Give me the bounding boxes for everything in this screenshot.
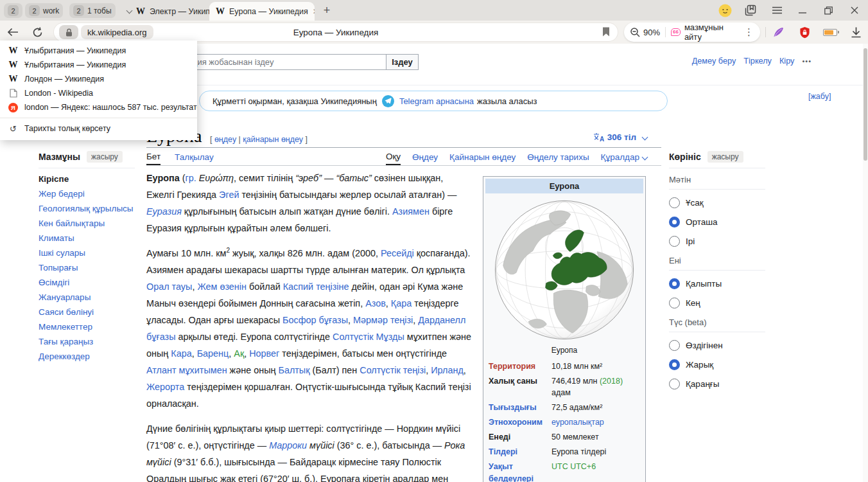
toc-item[interactable]: Ішкі сулары [39, 249, 135, 258]
inline-link[interactable]: қайнарын өңдеу [243, 135, 303, 144]
inline-link[interactable]: Атлант мұхитымен [146, 365, 227, 375]
radio-color-auto[interactable]: Өздігінен [669, 340, 765, 351]
toc-item[interactable]: Дереккөздер [39, 352, 135, 361]
tab-edit[interactable]: Өңдеу [412, 149, 438, 165]
inline-link[interactable]: Жерорта [146, 382, 184, 392]
tab-group-collapsed[interactable]: 2 [4, 3, 22, 18]
tab-tools[interactable]: Құралдар [601, 149, 647, 165]
tab-history[interactable]: Өңделу тарихы [527, 149, 589, 165]
zoom-control[interactable]: 90% [630, 28, 660, 37]
inline-link[interactable]: өңдеу [214, 135, 236, 144]
window-minimize-button[interactable] [792, 0, 813, 21]
radio-text-small[interactable]: Ұсақ [669, 197, 765, 208]
protect-shield-button[interactable] [796, 25, 813, 39]
bookmark-flag-icon[interactable] [602, 27, 610, 37]
address-bar[interactable]: kk.wikipedia.org Еуропа — Уикипедия [54, 23, 618, 41]
profile-avatar[interactable] [714, 0, 736, 21]
page-scrollbar[interactable] [863, 44, 868, 482]
inline-link[interactable]: Мәрмәр теңізі [353, 315, 413, 325]
tab-group-work[interactable]: 2 work [25, 3, 63, 18]
site-security-chip[interactable] [59, 25, 78, 39]
inline-link[interactable]: гр. [186, 173, 196, 183]
appearance-hide-button[interactable]: жасыру [707, 151, 743, 163]
toc-item[interactable]: Мемлекеттер [39, 323, 135, 332]
inline-link[interactable]: Жем өзенін [197, 281, 247, 292]
toc-item[interactable]: Жер бедері [39, 190, 135, 199]
inline-link[interactable]: Азов [365, 298, 386, 308]
window-close-button[interactable] [844, 0, 865, 21]
suggestion-item[interactable]: Я london — Яндекс: нашлось 587 тыс. резу… [0, 100, 197, 114]
inline-link[interactable]: Эгей [219, 190, 239, 200]
collections-button[interactable] [740, 0, 761, 21]
login-link[interactable]: Кіру [779, 57, 794, 66]
radio-color-dark[interactable]: Қараңғы [669, 379, 765, 389]
inline-link[interactable]: Орал тауы [146, 281, 192, 292]
tab-group-1toby[interactable]: 2 1 тобы [69, 3, 116, 18]
radio-width-standard[interactable]: Қалыпты [669, 278, 765, 289]
inline-link[interactable]: Этнохороним [489, 418, 542, 427]
toc-item[interactable]: Кен байлықтары [39, 219, 135, 228]
battery-saver-button[interactable] [822, 25, 838, 39]
suggestion-item[interactable]: London - Wikipedia [0, 86, 197, 100]
yandex-pen-extension-button[interactable] [770, 25, 786, 39]
inline-link[interactable]: Тілдері [489, 447, 517, 456]
url-text[interactable]: kk.wikipedia.org [81, 25, 153, 39]
inline-link[interactable]: Ирланд [431, 365, 464, 375]
browser-menu-button[interactable] [766, 0, 788, 21]
tab-edit-source[interactable]: Қайнарын өңдеу [449, 149, 516, 165]
inline-link[interactable]: Еуразия [146, 206, 182, 217]
inline-link[interactable]: (2018) [600, 377, 623, 386]
inline-link[interactable]: Қара [391, 298, 412, 308]
languages-count-link[interactable]: 306 тіл [607, 132, 636, 142]
telegram-channel-link[interactable]: Telegram арнасына [399, 96, 474, 106]
new-tab-button[interactable]: + [318, 3, 335, 19]
inline-link[interactable]: Азиямен [392, 206, 430, 217]
tab-page[interactable]: Бет [146, 149, 161, 165]
back-button[interactable] [4, 24, 22, 40]
toc-item[interactable]: Жануарлары [39, 293, 135, 302]
radio-text-medium[interactable]: Орташа [669, 217, 765, 228]
toc-item[interactable]: Геологиялық құрылысы [39, 204, 135, 213]
toc-item[interactable]: Өсімдігі [39, 278, 135, 287]
suggestion-item[interactable]: W Лондон — Уикипедия [0, 72, 197, 86]
wiki-search-button[interactable]: Іздеу [386, 54, 419, 70]
toc-item-intro[interactable]: Кіріспе [39, 175, 135, 184]
inline-link[interactable]: Кара [171, 348, 191, 359]
tab-close-icon[interactable]: ✕ [313, 7, 315, 16]
radio-text-large[interactable]: Ірі [669, 236, 765, 247]
inline-link[interactable]: UTC UTC+6 [551, 462, 596, 471]
inline-link[interactable]: Босфор бұғазы [282, 315, 348, 325]
europe-globe-map[interactable] [483, 193, 645, 344]
inline-link[interactable]: Уақыт белдеулері [489, 462, 534, 482]
show-full-history-item[interactable]: ↺ Тарихты толық көрсету [0, 121, 197, 136]
inline-link[interactable]: Солтүстік Мұзды [333, 332, 404, 342]
inline-link[interactable]: Солтүстік теңізі [360, 365, 426, 375]
language-selector[interactable]: A 306 тіл [593, 132, 647, 142]
inline-link[interactable]: Норвег [249, 348, 279, 359]
more-user-options-icon[interactable]: ••• [802, 57, 812, 65]
tab-read[interactable]: Оқу [386, 149, 401, 165]
inline-link[interactable]: Ақ [234, 348, 244, 359]
scrollbar-thumb[interactable] [864, 48, 867, 161]
toc-item[interactable]: Топырағы [39, 263, 135, 272]
inline-link[interactable]: Каспий теңізіне [283, 281, 349, 292]
inline-link[interactable]: Марроки [269, 440, 307, 451]
inline-link[interactable]: Баренц [197, 348, 229, 359]
inline-link[interactable]: Тығыздығы [489, 403, 537, 412]
toc-item[interactable]: Тағы қараңыз [39, 337, 135, 346]
more-tools-kebab-icon[interactable]: ⋮ [744, 26, 754, 38]
read-aloud-button[interactable]: 66 мазмұнын айту [671, 22, 739, 42]
inline-link[interactable]: Балтық [278, 365, 309, 375]
inline-link[interactable]: Ресейді [381, 248, 414, 258]
toc-item[interactable]: Климаты [39, 234, 135, 243]
inline-link[interactable]: Территория [489, 362, 535, 371]
toc-item[interactable]: Саяси бөлінуі [39, 308, 135, 317]
suggestion-item[interactable]: W Ұлыбритания — Уикипедия [0, 58, 197, 72]
browser-tab-active[interactable]: W Еуропа — Уикипедия ✕ [209, 2, 315, 21]
downloads-button[interactable] [847, 25, 864, 39]
donate-link[interactable]: Демеу беру [692, 57, 736, 66]
radio-color-light[interactable]: Жарық [669, 359, 765, 370]
toc-hide-button[interactable]: жасыру [87, 151, 123, 163]
tab-talk[interactable]: Талқылау [175, 149, 214, 165]
reload-button[interactable] [28, 24, 46, 40]
